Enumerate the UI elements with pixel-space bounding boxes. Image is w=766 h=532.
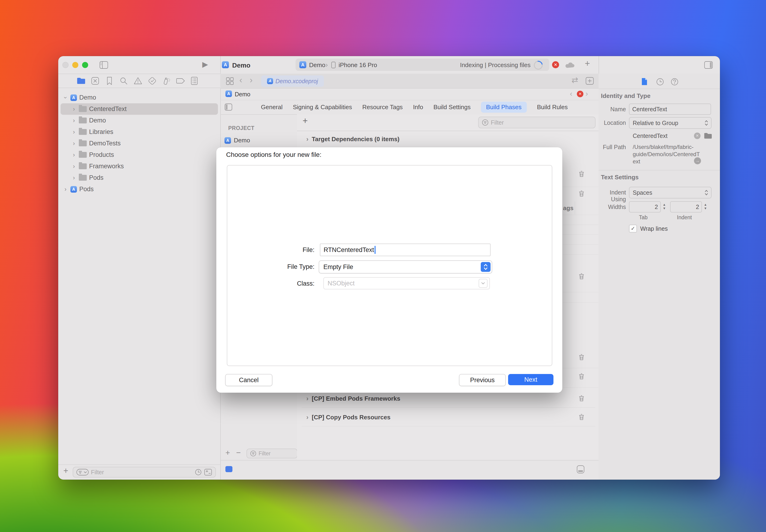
disclosure-open-icon[interactable]: › xyxy=(62,94,69,102)
zoom-button[interactable] xyxy=(82,62,88,68)
tab-resource-tags[interactable]: Resource Tags xyxy=(362,104,403,111)
disclosure-closed-icon[interactable]: › xyxy=(306,414,308,421)
disclosure-closed-icon[interactable]: › xyxy=(70,151,78,158)
delete-phase-icon[interactable] xyxy=(578,394,586,402)
file-tab-demo-xcodeproj[interactable]: A Demo.xcodeproj xyxy=(261,75,324,87)
breakpoints-navigator-icon[interactable] xyxy=(176,78,185,85)
project-list-filter-field[interactable]: Filter xyxy=(246,449,297,458)
class-combobox[interactable]: NSObject xyxy=(323,277,490,289)
file-inspector-icon[interactable] xyxy=(641,77,648,87)
tab-build-settings[interactable]: Build Settings xyxy=(434,104,471,111)
tree-row-libraries[interactable]: › Libraries xyxy=(58,126,220,138)
disclosure-closed-icon[interactable]: › xyxy=(70,174,78,181)
run-destination-icon[interactable] xyxy=(225,466,232,472)
name-field[interactable]: CenteredText xyxy=(629,104,711,115)
build-phase-filter-field[interactable]: Filter xyxy=(478,117,596,128)
indent-using-popup[interactable]: Spaces xyxy=(629,187,712,198)
code-review-swap-icon[interactable]: ⇄ xyxy=(572,76,578,83)
tree-row-project-demo[interactable]: › A Demo xyxy=(58,92,220,103)
indent-width-stepper[interactable]: ▲▼ xyxy=(702,201,709,212)
minimize-button[interactable] xyxy=(72,62,78,68)
build-status-text[interactable]: Indexing | Processing files xyxy=(460,61,531,69)
issues-navigator-icon[interactable] xyxy=(133,77,142,86)
bookmarks-navigator-icon[interactable] xyxy=(106,76,113,86)
sidebar-toggle-icon[interactable] xyxy=(99,61,108,70)
phase-row-target-dependencies[interactable]: › Target Dependencies (0 items) xyxy=(306,133,400,145)
error-count-badge[interactable]: ✕ xyxy=(552,61,559,68)
choose-folder-icon[interactable] xyxy=(704,133,712,140)
issue-back-button[interactable]: ‹ xyxy=(570,90,572,97)
editor-sidebar-toggle-icon[interactable] xyxy=(224,103,232,112)
scheme-device[interactable]: iPhone 16 Pro xyxy=(338,61,377,69)
phase-row-embed-pods[interactable]: › [CP] Embed Pods Frameworks xyxy=(306,393,400,404)
cancel-button[interactable]: Cancel xyxy=(225,374,272,386)
tree-row-demo-group[interactable]: › Demo xyxy=(58,115,220,126)
tree-row-demotests[interactable]: › DemoTests xyxy=(58,138,220,149)
wrap-lines-checkbox[interactable]: ✓ xyxy=(629,225,637,233)
combobox-chevron-icon[interactable] xyxy=(479,279,488,288)
project-navigator-icon[interactable] xyxy=(76,77,86,86)
tab-width-field[interactable]: 2 xyxy=(629,201,661,212)
scheme-target[interactable]: Demo xyxy=(309,61,325,69)
clear-file-reference-icon[interactable]: ✕ xyxy=(694,133,701,139)
tree-row-products[interactable]: › Products xyxy=(58,149,220,161)
add-build-phase-button[interactable]: + xyxy=(302,117,308,124)
delete-phase-icon[interactable] xyxy=(578,372,586,380)
phase-row-copy-pods[interactable]: › [CP] Copy Pods Resources xyxy=(306,412,391,423)
tab-width-stepper[interactable]: ▲▼ xyxy=(661,201,667,212)
tab-build-phases[interactable]: Build Phases xyxy=(481,102,527,113)
cloud-icon[interactable] xyxy=(565,62,575,70)
file-type-popup[interactable]: Empty File xyxy=(319,260,492,273)
reports-navigator-icon[interactable] xyxy=(190,76,198,86)
tab-build-rules[interactable]: Build Rules xyxy=(537,104,568,111)
recent-filter-clock-icon[interactable] xyxy=(195,469,202,476)
disclosure-closed-icon[interactable]: › xyxy=(70,117,78,124)
disclosure-closed-icon[interactable]: › xyxy=(70,140,78,147)
delete-phase-icon[interactable] xyxy=(578,272,586,280)
disclosure-closed-icon[interactable]: › xyxy=(70,163,78,170)
delete-phase-icon[interactable] xyxy=(578,353,586,361)
disclosure-closed-icon[interactable]: › xyxy=(61,186,69,193)
close-button[interactable] xyxy=(62,62,68,68)
remove-target-button[interactable]: − xyxy=(236,449,241,456)
back-button[interactable]: ‹ xyxy=(239,77,242,84)
issue-error-badge[interactable]: ✕ xyxy=(577,91,583,97)
hide-debug-area-icon[interactable] xyxy=(576,465,585,475)
previous-button[interactable]: Previous xyxy=(459,374,506,386)
breadcrumb[interactable]: Demo xyxy=(235,91,250,98)
tab-general[interactable]: General xyxy=(261,104,283,111)
related-items-grid-icon[interactable] xyxy=(226,77,234,86)
issue-forward-button[interactable]: › xyxy=(586,90,588,97)
filter-options-icon[interactable] xyxy=(76,469,89,475)
tab-info[interactable]: Info xyxy=(413,104,423,111)
tests-navigator-icon[interactable] xyxy=(148,77,156,86)
tree-row-frameworks[interactable]: › Frameworks xyxy=(58,161,220,172)
disclosure-closed-icon[interactable]: › xyxy=(306,136,308,143)
next-button[interactable]: Next xyxy=(508,374,554,385)
history-inspector-icon[interactable] xyxy=(656,78,664,87)
delete-phase-icon[interactable] xyxy=(578,413,586,421)
disclosure-closed-icon[interactable]: › xyxy=(70,128,78,136)
disclosure-closed-icon[interactable]: › xyxy=(306,395,308,402)
inspector-toggle-icon[interactable] xyxy=(704,61,713,70)
tree-row-pods-project[interactable]: › A Pods xyxy=(58,183,220,195)
location-popup[interactable]: Relative to Group xyxy=(629,117,712,129)
help-inspector-icon[interactable] xyxy=(671,78,679,87)
add-file-button[interactable]: + xyxy=(63,467,68,474)
forward-button[interactable]: › xyxy=(250,77,252,84)
delete-phase-icon[interactable] xyxy=(578,170,586,178)
delete-phase-icon[interactable] xyxy=(578,190,586,198)
navigator-filter-field[interactable]: Filter xyxy=(73,467,216,478)
debug-navigator-icon[interactable] xyxy=(162,76,171,86)
file-name-input[interactable]: RTNCenteredText xyxy=(320,244,491,256)
indent-width-field[interactable]: 2 xyxy=(670,201,702,212)
tree-row-centeredtext[interactable]: › CenteredText xyxy=(61,103,218,115)
tree-row-pods-group[interactable]: › Pods xyxy=(58,172,220,183)
add-target-button[interactable]: + xyxy=(225,449,230,456)
add-editor-plus-icon[interactable]: + xyxy=(585,60,590,67)
run-button[interactable]: ▶ xyxy=(202,61,208,68)
open-path-arrow-icon[interactable]: → xyxy=(694,157,701,164)
plus-minus-filter-icon[interactable] xyxy=(204,469,212,476)
find-navigator-icon[interactable] xyxy=(119,77,128,86)
tab-signing-capabilities[interactable]: Signing & Capabilities xyxy=(293,104,352,111)
